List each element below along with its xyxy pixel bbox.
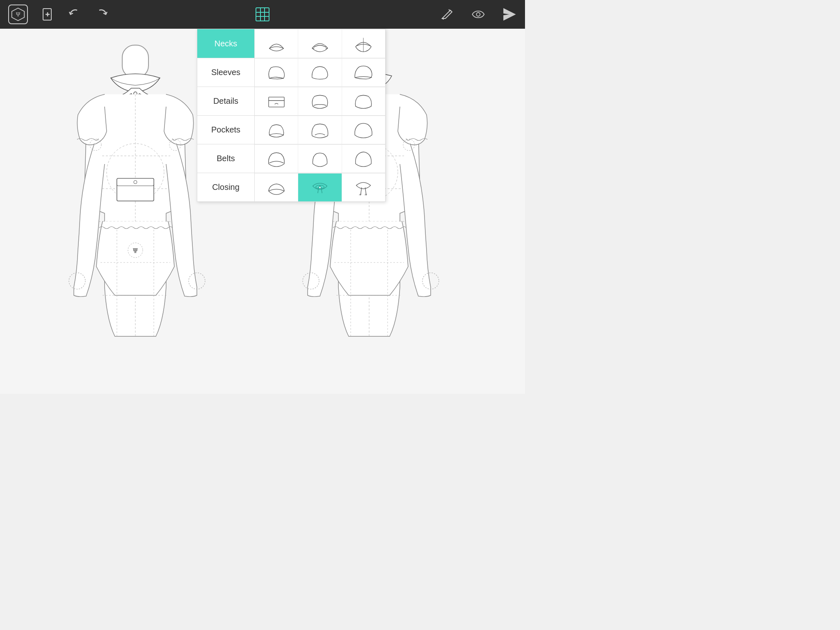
sleeve-item-1[interactable] xyxy=(255,59,298,87)
category-row-necks: Necks xyxy=(197,29,385,58)
new-document-icon[interactable] xyxy=(40,7,55,22)
brand-icon[interactable]: Ψ xyxy=(8,5,28,24)
neck-item-1[interactable] xyxy=(255,30,298,58)
eye-icon[interactable] xyxy=(471,7,486,22)
pocket-item-3[interactable] xyxy=(342,116,385,144)
neck-item-2[interactable] xyxy=(298,30,341,58)
detail-item-3[interactable] xyxy=(342,87,385,115)
belt-item-3[interactable] xyxy=(342,145,385,173)
svg-rect-5 xyxy=(256,8,269,21)
svg-rect-13 xyxy=(122,45,148,78)
closing-items xyxy=(255,173,385,201)
toolbar-left: Ψ xyxy=(8,5,109,24)
svg-point-55 xyxy=(319,186,321,188)
belt-item-2[interactable] xyxy=(298,145,341,173)
closing-item-1[interactable] xyxy=(255,173,298,201)
sleeve-item-3[interactable] xyxy=(342,59,385,87)
svg-line-11 xyxy=(449,9,450,11)
category-dropdown-panel: Necks xyxy=(197,29,386,202)
neck-item-3[interactable] xyxy=(342,30,385,58)
svg-rect-51 xyxy=(269,97,284,107)
pockets-items xyxy=(255,116,385,144)
sleeves-items xyxy=(255,58,385,87)
svg-text:Ψ: Ψ xyxy=(16,11,21,18)
closing-item-3[interactable] xyxy=(342,173,385,201)
category-label-belts[interactable]: Belts xyxy=(197,144,255,173)
pocket-item-1[interactable] xyxy=(255,116,298,144)
belt-item-1[interactable] xyxy=(255,145,298,173)
svg-line-56 xyxy=(359,194,360,195)
pencil-icon[interactable] xyxy=(440,7,454,22)
category-label-necks[interactable]: Necks xyxy=(197,29,255,58)
belts-items xyxy=(255,144,385,173)
pocket-item-2[interactable] xyxy=(298,116,341,144)
category-label-closing[interactable]: Closing xyxy=(197,173,255,201)
details-items xyxy=(255,87,385,115)
svg-point-12 xyxy=(477,13,480,16)
category-label-pockets[interactable]: Pockets xyxy=(197,116,255,144)
svg-text:Ψ: Ψ xyxy=(133,248,138,254)
necks-items xyxy=(255,29,385,58)
category-row-sleeves: Sleeves xyxy=(197,58,385,87)
svg-line-59 xyxy=(365,194,366,195)
category-row-details: Details xyxy=(197,87,385,115)
category-label-sleeves[interactable]: Sleeves xyxy=(197,58,255,87)
detail-item-1[interactable] xyxy=(255,87,298,115)
category-row-pockets: Pockets xyxy=(197,115,385,144)
toolbar-right xyxy=(440,7,517,22)
category-row-closing: Closing xyxy=(197,173,385,201)
closing-item-2[interactable] xyxy=(298,173,341,201)
toolbar-center xyxy=(254,6,271,23)
grid-view-icon[interactable] xyxy=(254,6,271,23)
category-label-details[interactable]: Details xyxy=(197,87,255,115)
send-icon[interactable] xyxy=(502,7,517,22)
share-icon[interactable] xyxy=(94,7,109,22)
detail-item-2[interactable] xyxy=(298,87,341,115)
toolbar: Ψ xyxy=(0,0,525,29)
category-row-belts: Belts xyxy=(197,144,385,173)
undo-icon[interactable] xyxy=(67,7,82,22)
main-area: Ψ xyxy=(0,29,525,394)
svg-rect-21 xyxy=(117,178,154,186)
sleeve-item-2[interactable] xyxy=(298,59,341,87)
